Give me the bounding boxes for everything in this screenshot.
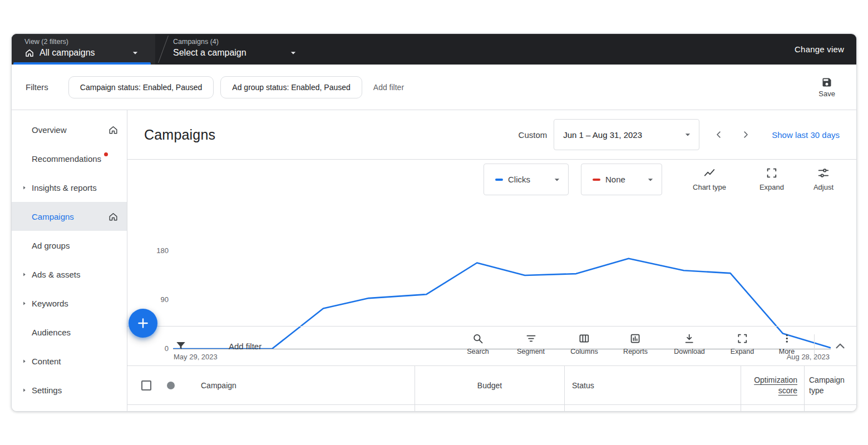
expand-icon xyxy=(737,333,748,344)
y-axis-tick: 90 xyxy=(144,295,169,304)
home-icon xyxy=(24,48,34,58)
save-label: Save xyxy=(818,90,835,98)
sidebar-item-label: Keywords xyxy=(32,299,68,308)
metric-secondary-value: None xyxy=(605,175,625,184)
download-icon xyxy=(684,333,696,344)
change-view-button[interactable]: Change view xyxy=(795,34,844,65)
breadcrumb-view[interactable]: View (2 filters) All campaigns xyxy=(12,34,155,65)
chevron-right-icon xyxy=(21,271,28,278)
sidebar-item-label: Overview xyxy=(32,125,67,135)
series-dash-blue xyxy=(495,179,503,181)
date-range-value: Jun 1 – Aug 31, 2023 xyxy=(563,130,642,140)
filters-label: Filters xyxy=(26,82,48,92)
table-expand-button[interactable]: Expand xyxy=(731,333,754,355)
y-axis-tick: 180 xyxy=(144,246,169,255)
table-button-label: Expand xyxy=(731,348,754,355)
chevron-right-icon xyxy=(21,184,28,191)
status-dot xyxy=(167,382,175,389)
chart-type-icon xyxy=(703,167,716,179)
show-last-30-days-link[interactable]: Show last 30 days xyxy=(772,130,840,140)
chevron-down-icon xyxy=(551,174,563,185)
sidebar-item-insights-reports[interactable]: Insights & reports xyxy=(12,173,127,202)
table-columns-button[interactable]: Columns xyxy=(570,333,598,355)
select-all-checkbox[interactable] xyxy=(141,380,151,390)
toolbar-divider xyxy=(814,334,815,358)
table-download-button[interactable]: Download xyxy=(674,333,705,355)
breadcrumb-campaign-value: Select a campaign xyxy=(173,48,246,58)
series-dash-red xyxy=(593,179,600,181)
chart-expand-button[interactable]: Expand xyxy=(760,167,784,191)
sidebar-item-content[interactable]: Content xyxy=(12,347,127,375)
sidebar-item-ad-groups[interactable]: Ad groups xyxy=(12,231,127,260)
column-header-label[interactable]: Status xyxy=(572,381,594,390)
breadcrumb-campaign-label: Campaigns (4) xyxy=(173,38,302,46)
filter-chip-label: Ad group status: Enabled, Paused xyxy=(232,83,350,92)
table-add-filter-button[interactable]: Add filter xyxy=(229,327,262,366)
column-header-label[interactable]: Optimization score xyxy=(741,375,797,396)
chevron-left-icon[interactable] xyxy=(714,130,724,140)
table-search-button[interactable]: Search xyxy=(467,333,489,355)
column-header-label[interactable]: Campaign xyxy=(201,381,236,390)
filter-chip-ad-group-status[interactable]: Ad group status: Enabled, Paused xyxy=(220,76,362,98)
sidebar-item-audiences[interactable]: Audiences xyxy=(12,318,127,347)
date-range-picker[interactable]: Jun 1 – Aug 31, 2023 xyxy=(554,119,699,150)
chart-adjust-button[interactable]: Adjust xyxy=(813,167,834,191)
sidebar-item-recommendations[interactable]: Recommendations xyxy=(12,144,127,173)
sidebar-item-label: Audiences xyxy=(32,328,71,337)
chevron-right-icon xyxy=(21,387,28,394)
sidebar-item-campaigns[interactable]: Campaigns xyxy=(12,202,127,231)
sidebar-item-keywords[interactable]: Keywords xyxy=(12,289,127,318)
chevron-down-icon xyxy=(645,174,656,185)
chevron-right-icon xyxy=(21,300,28,307)
app-window: View (2 filters) All campaigns Campaigns… xyxy=(11,33,857,412)
sidebar-item-ads-assets[interactable]: Ads & assets xyxy=(12,260,127,289)
add-campaign-fab[interactable] xyxy=(129,309,157,338)
chevron-up-icon[interactable] xyxy=(833,339,847,353)
table-more-button[interactable]: More xyxy=(779,333,795,355)
table-toolbar: Add filter Search Segment xyxy=(127,326,856,365)
table-button-label: Search xyxy=(467,348,489,355)
sidebar-navigation: Overview Recommendations Insights & repo… xyxy=(12,110,127,412)
chart-adjust-label: Adjust xyxy=(813,183,834,191)
column-header-label[interactable]: Budget xyxy=(477,381,502,390)
search-icon xyxy=(472,333,484,344)
add-filter-button[interactable]: Add filter xyxy=(373,83,404,92)
breadcrumb-view-label: View (2 filters) xyxy=(24,38,155,46)
segment-icon xyxy=(525,333,537,344)
page-title: Campaigns xyxy=(144,127,215,143)
sidebar-item-label: Campaigns xyxy=(32,212,74,221)
table-segment-button[interactable]: Segment xyxy=(517,333,545,355)
reports-icon xyxy=(630,333,642,344)
breadcrumb-view-value: All campaigns xyxy=(40,48,95,58)
home-icon xyxy=(108,125,119,135)
table-button-label: More xyxy=(779,348,795,355)
plus-icon xyxy=(136,316,150,330)
chart-type-button[interactable]: Chart type xyxy=(693,167,726,191)
table-reports-button[interactable]: Reports xyxy=(623,333,648,355)
sidebar-item-label: Ad groups xyxy=(32,241,70,250)
sidebar-item-settings[interactable]: Settings xyxy=(12,375,127,404)
metric-select-secondary[interactable]: None xyxy=(581,164,662,195)
save-button[interactable]: Save xyxy=(818,77,835,98)
expand-icon xyxy=(766,167,778,179)
chevron-down-icon xyxy=(682,129,693,140)
columns-icon xyxy=(578,333,590,344)
filter-chip-campaign-status[interactable]: Campaign status: Enabled, Paused xyxy=(68,76,214,98)
chart-type-label: Chart type xyxy=(693,183,726,191)
sidebar-item-label: Settings xyxy=(32,385,62,395)
home-icon xyxy=(108,211,119,222)
page-header: Campaigns Custom Jun 1 – Aug 31, 2023 xyxy=(127,110,856,159)
sidebar-item-label: Recommendations xyxy=(32,154,101,164)
filter-funnel-icon[interactable] xyxy=(174,339,188,353)
content-body: Overview Recommendations Insights & repo… xyxy=(12,110,856,412)
column-header-label[interactable]: Campaign type xyxy=(809,375,856,396)
metric-select-primary[interactable]: Clicks xyxy=(484,164,569,195)
date-custom-label: Custom xyxy=(519,130,548,140)
chevron-right-icon[interactable] xyxy=(741,130,751,140)
breadcrumb-select-campaign[interactable]: Campaigns (4) Select a campaign xyxy=(173,38,302,58)
sidebar-item-label: Insights & reports xyxy=(32,183,97,192)
sidebar-item-overview[interactable]: Overview xyxy=(12,115,127,144)
chevron-right-icon xyxy=(21,358,28,365)
chevron-down-icon xyxy=(130,47,141,58)
metric-primary-value: Clicks xyxy=(508,175,530,184)
